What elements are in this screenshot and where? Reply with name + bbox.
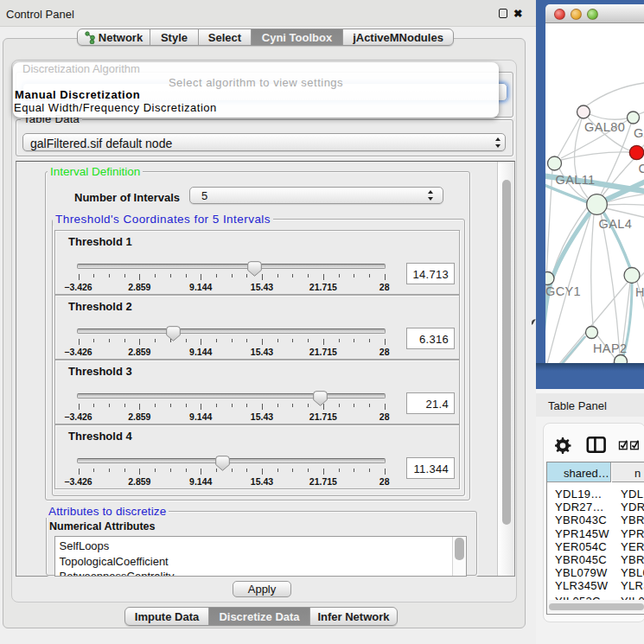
svg-text:H: H [635,285,644,299]
svg-text:HAP2: HAP2 [593,341,627,355]
svg-text:C: C [639,162,644,175]
svg-text:GCY1: GCY1 [545,284,581,298]
svg-text:GAL4: GAL4 [599,217,633,231]
svg-text:GAL11: GAL11 [556,173,596,187]
svg-text:GAL80: GAL80 [584,120,625,134]
svg-text:GA: GA [634,126,644,140]
